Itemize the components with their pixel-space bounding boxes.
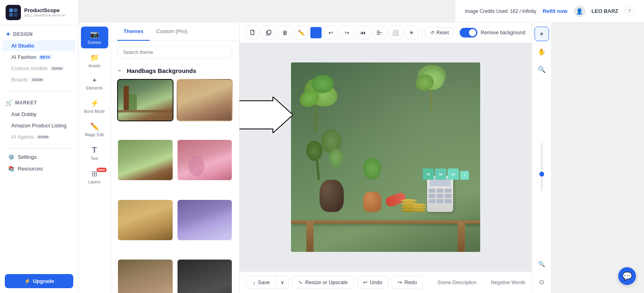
sidebar-item-ai-agents[interactable]: AI Agents Soon: [2, 131, 76, 142]
scene-browser: Themes Custom (Pro) ← Handbags Backgroun…: [111, 23, 239, 293]
logo-sub: SELL SMARTER WITH AI: [24, 14, 65, 17]
sidebar-item-settings[interactable]: ⚙️ Settings: [2, 152, 76, 162]
canvas-bottom: ↓ Save ∨ ⤡ Resize or Upscale ↩ Undo ↪ Re…: [239, 271, 532, 293]
save-dropdown-button[interactable]: ∨: [276, 276, 289, 289]
reset-label: Reset: [436, 30, 449, 35]
toolbar-frame-btn[interactable]: ⬜: [388, 26, 402, 39]
remove-bg-switch[interactable]: [460, 28, 477, 37]
canvas-image: 10 18 14 7: [291, 62, 480, 252]
sidebar-item-ai-fashion[interactable]: AI Fashion Beta: [2, 52, 76, 62]
resize-upscale-button[interactable]: ⤡ Resize or Upscale: [292, 276, 354, 289]
market-section-header: 🛒 MARKET: [0, 97, 78, 108]
toolbar-edit-btn[interactable]: ✏️: [294, 26, 308, 39]
scene-search: [111, 41, 239, 64]
main-content: 📷 Scenes 📁 Assets ✦ Elements ⚡ Burst Mod…: [78, 23, 551, 293]
main-area: 🗑 ✏️ ↩ ↪ ⏮ ⬜ ☀ ↺ Reset: [239, 23, 532, 293]
right-tool-magic[interactable]: ✦: [535, 27, 549, 41]
scene-thumb-6[interactable]: [177, 199, 233, 241]
credit-info: Image Credits Used: 162 / Infinity: [465, 8, 536, 14]
user-name: LEO BARZ: [592, 8, 618, 14]
text-icon: T: [92, 145, 97, 155]
svg-rect-1: [14, 8, 17, 12]
toolbar-copy-btn[interactable]: [262, 26, 276, 39]
upgrade-button[interactable]: ⚡ Upgrade: [5, 274, 73, 288]
tool-elements[interactable]: ✦ Elements: [81, 73, 108, 94]
toolbar-undo-btn[interactable]: ↩: [324, 26, 338, 39]
sidebar-item-ai-studio[interactable]: AI Studio: [2, 40, 76, 51]
tool-magic-edit[interactable]: ✏️ Magic Edit: [81, 119, 108, 141]
toolbar-redo-btn[interactable]: ↪: [340, 26, 354, 39]
design-section: ✦ DESIGN AI Studio AI Fashion Beta Custo…: [0, 25, 78, 89]
scene-grid: [111, 79, 239, 293]
tool-assets[interactable]: 📁 Assets: [81, 50, 108, 72]
right-tool-hand[interactable]: ✋: [535, 44, 549, 59]
tool-burst-mode[interactable]: ⚡ Burst Mode: [81, 96, 108, 117]
chat-bubble[interactable]: 💬: [618, 267, 636, 285]
layout: 📷 Scenes 📁 Assets ✦ Elements ⚡ Burst Mod…: [0, 0, 551, 293]
zoom-slider-track[interactable]: [541, 143, 543, 191]
tool-layers[interactable]: ⊞ Layers New: [81, 166, 108, 188]
tab-themes[interactable]: Themes: [117, 23, 150, 41]
zoom-slider-handle[interactable]: [539, 172, 544, 177]
scene-thumb-7[interactable]: [117, 259, 173, 293]
scenes-icon: 📷: [90, 30, 99, 39]
assets-icon: 📁: [90, 53, 99, 62]
boards-badge: Soon: [30, 77, 45, 82]
toolbar-color-btn[interactable]: [310, 27, 322, 38]
undo-icon: ↩: [363, 279, 367, 285]
redo-button[interactable]: ↪ Redo: [392, 276, 423, 289]
sidebar-item-custom-models[interactable]: Custom models Soon: [2, 63, 76, 74]
svg-rect-3: [14, 13, 17, 17]
tool-text[interactable]: T Text: [81, 142, 108, 164]
assets-label: Assets: [88, 64, 100, 69]
tool-scenes[interactable]: 📷 Scenes: [81, 27, 108, 48]
sidebar-item-amazon-product[interactable]: Amazon Product Listing: [2, 120, 76, 131]
remove-bg-toggle: Remove background: [460, 28, 525, 37]
elements-label: Elements: [86, 86, 103, 91]
sidebar-item-resources[interactable]: 📚 Resources: [2, 163, 76, 174]
tab-custom[interactable]: Custom (Pro): [150, 23, 194, 41]
sidebar-bottom: ⚡ Upgrade: [0, 269, 78, 293]
burst-mode-label: Burst Mode: [84, 109, 105, 114]
market-section-icon: 🛒: [6, 100, 13, 106]
save-button[interactable]: ↓ Save: [246, 276, 276, 289]
scene-thumb-2[interactable]: [177, 79, 233, 121]
magic-edit-label: Magic Edit: [85, 133, 104, 137]
back-arrow-icon[interactable]: ←: [117, 67, 124, 74]
scene-thumb-3[interactable]: [117, 139, 173, 181]
toolbar-brightness-btn[interactable]: ☀: [405, 26, 418, 39]
text-label: Text: [91, 156, 98, 161]
right-tool-fit[interactable]: ⊙: [535, 274, 549, 289]
refill-button[interactable]: Refill now: [543, 8, 567, 14]
reset-icon: ↺: [430, 30, 434, 35]
right-tool-zoom-out[interactable]: 🔍: [535, 257, 549, 271]
redo-icon: ↪: [398, 279, 402, 285]
header-right: Image Credits Used: 162 / Infinity Refil…: [455, 0, 644, 23]
magic-edit-icon: ✏️: [90, 122, 99, 131]
layers-label: Layers: [88, 180, 100, 185]
sidebar-divider-1: [6, 91, 72, 91]
toolbar-align-btn[interactable]: [372, 26, 386, 39]
scene-thumb-5[interactable]: [117, 199, 173, 241]
toolbar-delete-btn[interactable]: 🗑: [278, 26, 292, 39]
zoom-slider-container: [541, 80, 543, 254]
resize-icon: ⤡: [298, 279, 303, 285]
svg-rect-2: [9, 13, 13, 17]
remove-bg-label: Remove background: [481, 30, 525, 35]
upgrade-icon: ⚡: [24, 278, 31, 284]
toolbar-separator: [421, 28, 422, 37]
undo-button[interactable]: ↩ Undo: [357, 276, 388, 289]
search-input[interactable]: [117, 46, 233, 59]
toolbar-skip-start-btn[interactable]: ⏮: [356, 26, 370, 39]
scene-thumb-4[interactable]: [177, 139, 233, 181]
scene-back: ← Handbags Backgrounds: [111, 64, 239, 79]
right-tool-zoom-in[interactable]: 🔍: [535, 62, 549, 77]
sidebar-item-boards[interactable]: Boards Soon: [2, 74, 76, 85]
svg-marker-7: [239, 97, 293, 133]
sidebar-item-ask-dobby[interactable]: Ask Dobby: [2, 109, 76, 120]
toolbar-new-doc-btn[interactable]: [246, 26, 260, 39]
scene-thumb-8[interactable]: [177, 259, 233, 293]
toolbar-reset-btn[interactable]: ↺ Reset: [425, 27, 454, 38]
help-icon[interactable]: ?: [625, 6, 634, 16]
scene-thumb-1[interactable]: [117, 79, 173, 121]
